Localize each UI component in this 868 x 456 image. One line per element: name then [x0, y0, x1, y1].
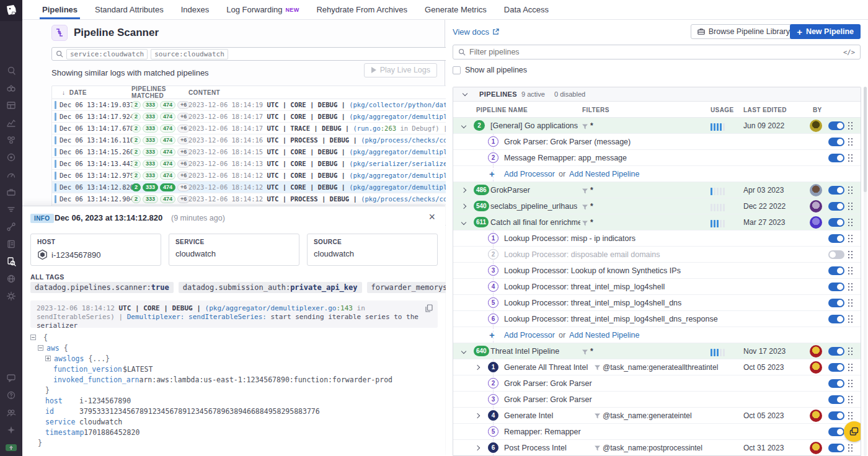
datadog-logo-icon[interactable]: [0, 0, 22, 21]
enable-toggle[interactable]: [828, 186, 844, 195]
enable-toggle[interactable]: [828, 347, 844, 356]
processor-row[interactable]: 5Lookup Processor: threat_intel_misp_log…: [453, 295, 861, 311]
enable-toggle[interactable]: [828, 299, 844, 307]
enable-toggle[interactable]: [828, 444, 844, 452]
log-row[interactable]: Dec 06 13:14:15.2602333474+62023-12-06 1…: [52, 146, 459, 158]
close-icon[interactable]: ×: [428, 211, 435, 222]
enable-toggle[interactable]: [828, 138, 844, 146]
drag-handle-icon[interactable]: [848, 363, 853, 371]
enable-toggle[interactable]: [828, 283, 844, 291]
drag-handle-icon[interactable]: [848, 379, 853, 387]
metrics-icon[interactable]: [0, 114, 22, 131]
pipeline-row[interactable]: 611Catch all final for enrichment tab...…: [453, 214, 861, 230]
log-row[interactable]: Dec 06 13:14:17.6782333474+62023-12-06 1…: [52, 123, 459, 134]
drag-handle-icon[interactable]: [848, 234, 853, 242]
view-docs-link[interactable]: View docs: [453, 27, 499, 37]
chevron-down-icon[interactable]: [461, 220, 466, 225]
chevron-down-icon[interactable]: [461, 123, 466, 128]
log-row[interactable]: Dec 06 13:14:13.4432333474+62023-12-06 1…: [52, 158, 459, 170]
chat-icon[interactable]: [0, 369, 22, 387]
drag-handle-icon[interactable]: [848, 186, 853, 194]
pipeline-row[interactable]: 540seclabs_pipeline_urlhaus*Dec 22 2022: [453, 198, 861, 214]
enable-toggle[interactable]: [828, 202, 844, 211]
chevron-right-icon[interactable]: [461, 204, 466, 209]
processor-row[interactable]: 5Remapper: Remapper: [453, 424, 861, 440]
processor-row[interactable]: 6Post Process Intel@task_name:postproces…: [453, 440, 861, 456]
upgrade-icon[interactable]: [0, 421, 22, 439]
pipeline-row[interactable]: 640Threat Intel Pipeline*Nov 17 2023: [453, 343, 861, 359]
enable-toggle[interactable]: [828, 250, 844, 259]
new-pipeline-button[interactable]: + New Pipeline: [790, 24, 861, 39]
enable-toggle[interactable]: [828, 411, 844, 420]
tag-chip[interactable]: datadog.pipelines.scanner:true: [30, 282, 174, 293]
processor-row[interactable]: 4Lookup Processor: threat_intel_misp_log…: [453, 279, 861, 295]
search-icon[interactable]: [0, 62, 22, 79]
browse-pipeline-library-button[interactable]: Browse Pipeline Library: [691, 24, 797, 39]
processor-row[interactable]: 3Grok Parser: Grok Parser: [453, 392, 861, 408]
watchdog-icon[interactable]: [0, 79, 22, 97]
drag-handle-icon[interactable]: [848, 315, 853, 323]
log-row[interactable]: Dec 06 13:14:12.9792333474+62023-12-06 1…: [52, 170, 459, 182]
processor-row[interactable]: 1Generate All Threat Intel@task_name:gen…: [453, 359, 861, 375]
dashboards-icon[interactable]: [0, 97, 22, 114]
add-processor-link[interactable]: Add Processor: [504, 331, 555, 340]
chevron-down-icon[interactable]: [463, 91, 467, 96]
enable-toggle[interactable]: [828, 154, 844, 162]
nav-tab-log-forwarding[interactable]: Log ForwardingNEW: [218, 0, 308, 19]
add-processor-row[interactable]: +Add ProcessororAdd Nested Pipeline: [453, 166, 861, 182]
expand-icon[interactable]: [45, 356, 51, 361]
drag-handle-icon[interactable]: [848, 283, 853, 291]
enable-toggle[interactable]: [828, 315, 844, 323]
drag-handle-icon[interactable]: [848, 218, 853, 226]
plus-icon[interactable]: +: [489, 330, 495, 340]
processor-row[interactable]: 2Grok Parser: Grok Parser: [453, 375, 861, 392]
enable-toggle[interactable]: [828, 266, 844, 275]
nav-tab-standard-attributes[interactable]: Standard Attributes: [86, 0, 172, 19]
drag-handle-icon[interactable]: [848, 250, 853, 258]
search-token[interactable]: service:cloudwatch: [66, 49, 148, 59]
add-processor-link[interactable]: Add Processor: [504, 170, 555, 178]
processor-row[interactable]: 4Generate Intel@task_name:generateintelO…: [453, 408, 861, 424]
enable-toggle[interactable]: [828, 218, 844, 227]
pipeline-row[interactable]: 486GrokParser*Apr 03 2023: [453, 182, 861, 198]
enable-toggle[interactable]: [828, 428, 844, 436]
service-map-icon[interactable]: [0, 218, 22, 235]
logs-icon[interactable]: [0, 235, 22, 253]
pipeline-row[interactable]: 2[General] Go applications (glog)*Jun 09…: [453, 118, 861, 134]
security-icon[interactable]: [0, 287, 22, 305]
nav-tab-pipelines[interactable]: Pipelines: [33, 0, 86, 19]
nav-tab-indexes[interactable]: Indexes: [172, 0, 218, 19]
ci-icon[interactable]: [0, 183, 22, 201]
drag-handle-icon[interactable]: [848, 266, 853, 274]
tag-chip[interactable]: datadog.submission_auth:private_api_key: [179, 282, 362, 293]
drag-handle-icon[interactable]: [848, 299, 853, 307]
log-row[interactable]: Dec 06 13:14:16.1162333474+62023-12-06 1…: [52, 134, 459, 146]
chevron-right-icon[interactable]: [475, 445, 480, 450]
processor-row[interactable]: 6Lookup Processor: threat_intel_misp_log…: [453, 311, 861, 327]
add-nested-pipeline-link[interactable]: Add Nested Pipeline: [569, 170, 639, 178]
add-nested-pipeline-link[interactable]: Add Nested Pipeline: [569, 331, 639, 340]
log-row[interactable]: Dec 06 13:14:19.0372333474+62023-12-06 1…: [52, 99, 459, 111]
event-stream-icon[interactable]: [0, 201, 22, 218]
processor-row[interactable]: 2Lookup Processor: disposable email doma…: [453, 247, 861, 263]
copy-icon[interactable]: [425, 304, 433, 315]
sort-descending-icon[interactable]: ↓: [62, 89, 65, 96]
log-row[interactable]: Dec 06 13:14:12.9042333474+62023-12-06 1…: [52, 193, 459, 205]
monitors-icon[interactable]: [0, 166, 22, 183]
drag-handle-icon[interactable]: [848, 138, 853, 146]
infrastructure-icon[interactable]: [0, 131, 22, 149]
collapse-icon[interactable]: [30, 335, 36, 340]
code-mode-icon[interactable]: </>: [843, 48, 855, 56]
log-row[interactable]: Dec 06 13:14:17.9242333474+62023-12-06 1…: [52, 111, 459, 123]
drag-handle-icon[interactable]: [848, 121, 853, 129]
processor-row[interactable]: 2Message Remapper: app_message: [453, 150, 861, 166]
releases-icon[interactable]: [0, 439, 22, 456]
pipelines-list-header[interactable]: PIPELINES 9 active 0 disabled: [453, 87, 861, 102]
drag-handle-icon[interactable]: [848, 395, 853, 403]
synthetics-icon[interactable]: [0, 270, 22, 287]
nav-tab-generate-metrics[interactable]: Generate Metrics: [416, 0, 495, 19]
search-token[interactable]: source:cloudwatch: [151, 49, 228, 59]
enable-toggle[interactable]: [828, 121, 844, 130]
nav-tab-data-access[interactable]: Data Access: [495, 0, 557, 19]
processor-row[interactable]: 1Lookup Processor: misp - ip indicators: [453, 230, 861, 247]
